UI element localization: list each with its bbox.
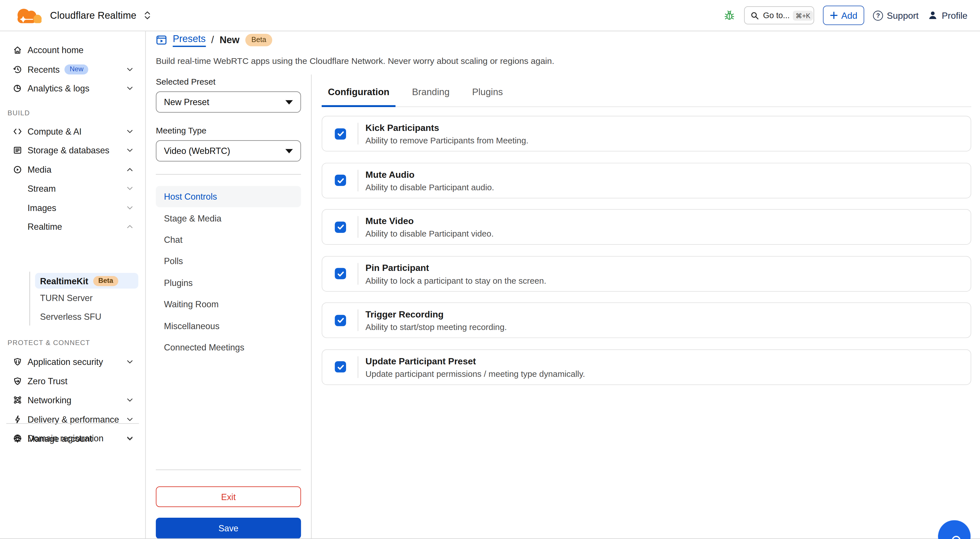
sidebar-section-build: BUILD <box>7 108 145 116</box>
card-divider <box>358 309 358 331</box>
mute-audio-checkbox[interactable] <box>335 175 346 186</box>
content-vertical-divider <box>311 74 312 539</box>
trigger-recording-checkbox[interactable] <box>335 315 346 326</box>
cloudflare-logo-icon <box>15 6 43 24</box>
add-button[interactable]: Add <box>823 6 864 25</box>
sidebar-label: Application security <box>27 357 103 367</box>
sidebar-item-analytics-logs[interactable]: Analytics & logs <box>0 79 145 98</box>
media-play-icon <box>13 164 22 174</box>
sidebar-item-application-security[interactable]: Application security <box>0 352 145 372</box>
breadcrumb-separator: / <box>211 34 214 46</box>
sidebar-label: Compute & AI <box>27 126 81 136</box>
menu-item-miscellaneous[interactable]: Miscellaneous <box>156 315 301 337</box>
sidebar-item-account-home[interactable]: Account home <box>0 41 145 60</box>
plus-icon <box>830 11 838 19</box>
sidebar-item-delivery-performance[interactable]: Delivery & performance <box>0 410 145 429</box>
presets-icon <box>156 34 167 46</box>
sidebar-item-serverless-sfu[interactable]: Serverless SFU <box>0 307 145 326</box>
menu-item-connected-meetings[interactable]: Connected Meetings <box>156 336 301 358</box>
menu-item-chat[interactable]: Chat <box>156 229 301 250</box>
sidebar-item-media[interactable]: Media <box>0 160 145 179</box>
chevron-up-icon <box>126 165 134 174</box>
permission-title: Kick Participants <box>365 123 439 132</box>
sidebar-section-protect-connect: PROTECT & CONNECT <box>7 339 90 346</box>
menu-item-waiting-room[interactable]: Waiting Room <box>156 293 301 315</box>
permission-card-kick-participants: Kick Participants Ability to remove Part… <box>321 116 971 151</box>
exit-button[interactable]: Exit <box>156 486 301 507</box>
preset-section-menu: Host Controls Stage & Media Chat Polls P… <box>156 186 301 358</box>
sidebar-label: Networking <box>27 395 71 405</box>
breadcrumb-presets-link[interactable]: Presets <box>173 33 205 47</box>
sidebar-item-images[interactable]: Images <box>0 198 145 217</box>
permission-card-update-participant-preset: Update Participant Preset Update partici… <box>321 349 971 385</box>
sidebar-item-recents[interactable]: Recents New <box>0 60 145 79</box>
history-icon <box>13 64 22 74</box>
chevron-down-icon <box>126 127 134 136</box>
menu-item-plugins[interactable]: Plugins <box>156 272 301 293</box>
menu-item-host-controls[interactable]: Host Controls <box>156 186 301 207</box>
sidebar-label: Analytics & logs <box>27 83 89 93</box>
sidebar-item-networking[interactable]: Networking <box>0 391 145 410</box>
chevron-down-icon <box>126 146 134 155</box>
meeting-type-select[interactable]: Video (WebRTC) <box>156 140 301 162</box>
chat-smiley-icon <box>952 536 961 539</box>
card-divider <box>358 216 358 238</box>
profile-label: Profile <box>942 10 967 20</box>
support-menu[interactable]: ? Support <box>873 10 918 20</box>
sidebar-label: Storage & databases <box>27 145 109 155</box>
sidebar-label: Stream <box>27 183 56 193</box>
meeting-type-value: Video (WebRTC) <box>164 146 230 156</box>
tab-configuration[interactable]: Configuration <box>321 82 396 107</box>
profile-menu[interactable]: Profile <box>928 10 967 21</box>
menu-item-stage-media[interactable]: Stage & Media <box>156 207 301 229</box>
search-input[interactable] <box>763 11 789 20</box>
sidebar-item-compute-ai[interactable]: Compute & AI <box>0 122 145 141</box>
sidebar-item-stream[interactable]: Stream <box>0 179 145 198</box>
chevron-down-icon <box>126 396 134 404</box>
sidebar-item-manage-account[interactable]: Manage account <box>0 429 145 448</box>
card-divider <box>358 356 358 378</box>
analytics-icon <box>13 83 22 93</box>
help-icon: ? <box>873 10 883 20</box>
sidebar-item-zero-trust[interactable]: Zero Trust <box>0 372 145 391</box>
sidebar-item-realtimekit[interactable]: RealtimeKit Beta <box>35 273 138 289</box>
sidebar-label: Delivery & performance <box>27 414 119 424</box>
selected-preset-label: Selected Preset <box>156 77 215 86</box>
sidebar-item-turn-server[interactable]: TURN Server <box>0 289 145 308</box>
account-switcher-icon[interactable] <box>144 10 151 21</box>
pin-participant-checkbox[interactable] <box>335 268 346 279</box>
chat-widget-button[interactable] <box>938 520 970 539</box>
mute-video-checkbox[interactable] <box>335 221 346 233</box>
permission-title: Update Participant Preset <box>365 356 476 366</box>
tab-plugins[interactable]: Plugins <box>466 82 509 107</box>
sidebar-label: Manage account <box>27 434 92 444</box>
global-search[interactable]: ⌘+K <box>745 6 815 24</box>
home-icon <box>13 45 22 55</box>
meeting-type-label: Meeting Type <box>156 126 207 135</box>
sidebar-item-storage-databases[interactable]: Storage & databases <box>0 141 145 160</box>
dropdown-caret-icon <box>285 149 293 153</box>
sidebar-divider <box>6 423 139 424</box>
sidebar-item-realtime[interactable]: Realtime <box>0 217 145 236</box>
sidebar-label: TURN Server <box>40 293 92 303</box>
save-button[interactable]: Save <box>156 518 301 539</box>
page-bottom-border <box>0 538 980 539</box>
update-participant-preset-checkbox[interactable] <box>335 361 346 373</box>
panel-divider <box>156 469 301 470</box>
gear-icon <box>13 434 22 444</box>
brand[interactable]: Cloudflare Realtime <box>15 6 151 24</box>
menu-item-polls[interactable]: Polls <box>156 250 301 272</box>
permission-card-mute-video: Mute Video Ability to disable Participan… <box>321 209 971 245</box>
chevron-down-icon <box>126 85 134 92</box>
permission-description: Ability to lock a participant to stay on… <box>365 276 546 285</box>
permission-description: Ability to remove Participants from Meet… <box>365 136 528 145</box>
permission-card-trigger-recording: Trigger Recording Ability to start/stop … <box>321 303 971 338</box>
tab-branding[interactable]: Branding <box>406 82 456 107</box>
selected-preset-select[interactable]: New Preset <box>156 91 301 113</box>
app-root: Cloudflare Realtime <box>0 0 980 539</box>
card-divider <box>358 169 358 191</box>
sidebar-label: RealtimeKit <box>40 276 88 286</box>
bug-report-icon[interactable] <box>724 10 735 21</box>
kick-participants-checkbox[interactable] <box>335 128 346 139</box>
breadcrumb: Presets / New Beta <box>156 33 272 47</box>
